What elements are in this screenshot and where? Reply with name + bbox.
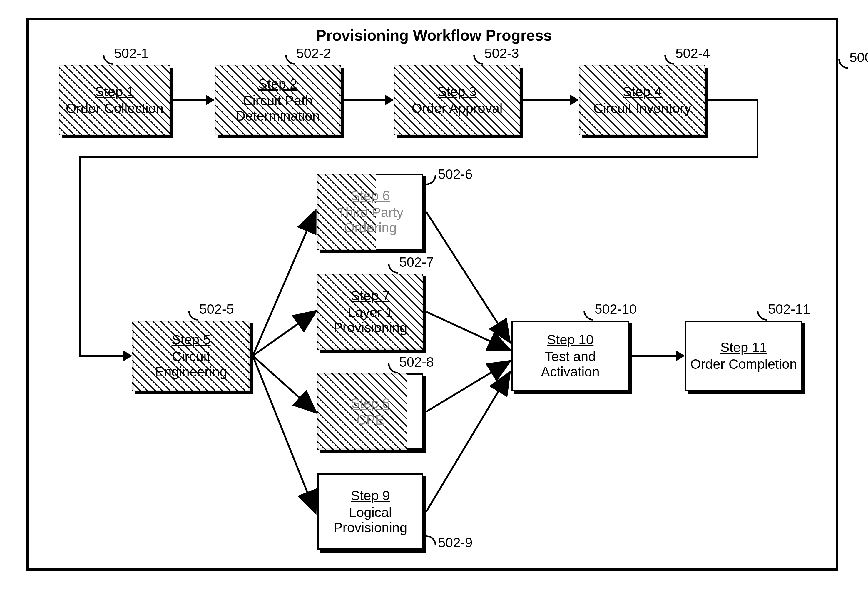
callout-3: 502-3 xyxy=(484,45,519,61)
step-3-name: Step 3 xyxy=(438,84,477,100)
step-1-desc: Order Collection xyxy=(66,101,163,116)
arrow-10-11 xyxy=(676,350,685,361)
callout-4: 502-4 xyxy=(675,45,710,61)
step-6-name: Step 6 xyxy=(351,188,390,203)
step-11: Step 11 Order Completion xyxy=(685,321,803,391)
diagram-title: Provisioning Workflow Progress xyxy=(316,27,552,44)
arrow-3-4 xyxy=(570,95,579,105)
step-5: Step 5 Circuit Engineering xyxy=(132,321,250,391)
step-3: Step 3 Order Approval xyxy=(394,65,520,135)
connector-4-left xyxy=(79,156,758,158)
connector-10-11 xyxy=(632,355,676,357)
step-5-desc: Circuit Engineering xyxy=(136,349,246,380)
step-1: Step 1 Order Collection xyxy=(59,65,170,135)
step-9-desc: Logical Provisioning xyxy=(321,505,419,536)
step-7: Step 7 Layer 1 Provisioning xyxy=(317,273,423,350)
connector-3-4 xyxy=(523,99,570,101)
connector-4-into5 xyxy=(79,355,123,357)
step-11-name: Step 11 xyxy=(720,340,767,355)
step-6-desc: Third Party Ordering xyxy=(321,205,419,236)
step-6: Step 6 Third Party Ordering xyxy=(317,174,423,250)
callout-7: 502-7 xyxy=(399,254,434,270)
step-8-name: Step 8 xyxy=(351,395,390,411)
step-3-desc: Order Approval xyxy=(412,101,502,116)
callout-9: 502-9 xyxy=(438,535,473,551)
callout-1: 502-1 xyxy=(114,45,149,61)
step-5-name: Step 5 xyxy=(172,332,211,348)
callout-frame-ref: 500 xyxy=(849,49,868,65)
step-10: Step 10 Test and Activation xyxy=(511,321,629,391)
step-9-name: Step 9 xyxy=(351,488,390,503)
step-2: Step 2 Circuit Path Determination xyxy=(215,65,341,135)
step-10-desc: Test and Activation xyxy=(515,349,625,380)
connector-4-out xyxy=(708,99,758,101)
step-8-desc: CPE xyxy=(357,412,385,428)
callout-11: 502-11 xyxy=(768,301,810,317)
step-10-name: Step 10 xyxy=(547,332,594,348)
arrow-4-5 xyxy=(123,350,132,361)
connector-2-3 xyxy=(344,99,385,101)
connector-4-down1 xyxy=(757,99,758,158)
step-4-desc: Circuit Inventory xyxy=(594,101,691,116)
callout-tick-frame xyxy=(838,59,848,69)
connector-4-down2 xyxy=(79,156,81,355)
callout-5: 502-5 xyxy=(199,301,234,317)
step-4: Step 4 Circuit Inventory xyxy=(579,65,705,135)
step-7-name: Step 7 xyxy=(351,288,390,303)
step-9: Step 9 Logical Provisioning xyxy=(317,474,423,550)
step-7-desc: Layer 1 Provisioning xyxy=(321,305,419,336)
arrow-2-3 xyxy=(385,95,394,105)
connector-1-2 xyxy=(173,99,206,101)
step-4-name: Step 4 xyxy=(623,84,662,100)
callout-8: 502-8 xyxy=(399,354,434,370)
step-1-name: Step 1 xyxy=(95,84,134,100)
callout-6: 502-6 xyxy=(438,166,473,182)
arrow-1-2 xyxy=(206,95,215,105)
step-2-name: Step 2 xyxy=(258,76,298,92)
callout-2: 502-2 xyxy=(296,45,331,61)
step-11-desc: Order Completion xyxy=(690,356,797,372)
step-8: Step 8 CPE xyxy=(317,373,423,450)
callout-10: 502-10 xyxy=(595,301,637,317)
step-2-desc: Circuit Path Determination xyxy=(219,93,337,124)
